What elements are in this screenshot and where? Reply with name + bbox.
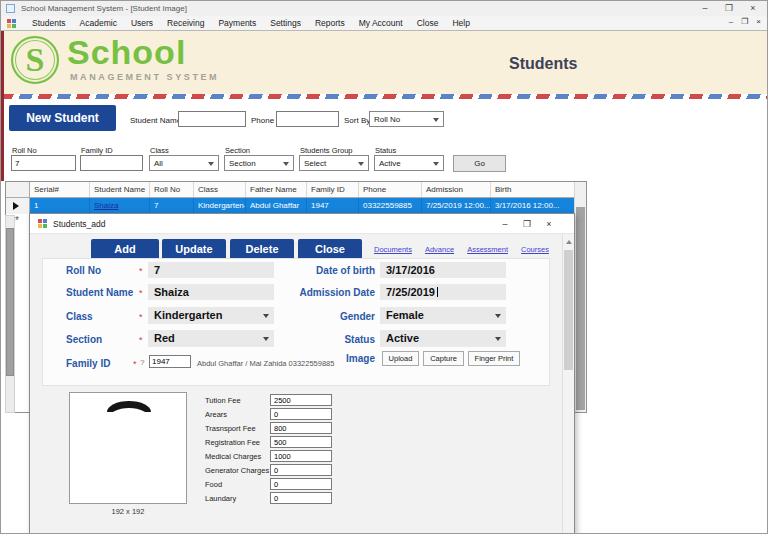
- admission-date-field[interactable]: 7/25/2019: [380, 284, 506, 300]
- go-button[interactable]: Go: [453, 155, 506, 172]
- gender-dropdown[interactable]: Female: [380, 307, 506, 324]
- chevron-down-icon: [208, 162, 214, 166]
- menu-close[interactable]: Close: [410, 16, 446, 31]
- generator-charges-input[interactable]: [270, 464, 332, 476]
- col-admission[interactable]: Admission: [422, 182, 491, 197]
- upload-button[interactable]: Upload: [382, 351, 419, 366]
- scrollbar-thumb[interactable]: [576, 207, 585, 410]
- dashed-separator: [1, 94, 767, 99]
- filter-students-group-label: Students Group: [300, 146, 353, 155]
- chevron-down-icon: [283, 162, 289, 166]
- cell-family-id: 1947: [307, 198, 359, 214]
- dialog-minimize-icon[interactable]: –: [494, 214, 516, 234]
- scrollbar-thumb[interactable]: [6, 228, 14, 376]
- family-id-input[interactable]: [149, 355, 191, 368]
- col-student-name[interactable]: Student Name: [90, 182, 150, 197]
- close-icon[interactable]: ×: [741, 1, 765, 16]
- child-minimize-icon[interactable]: –: [729, 17, 733, 26]
- finger-print-button[interactable]: Finger Print: [468, 351, 520, 366]
- menu-students[interactable]: Students: [25, 16, 73, 31]
- dialog-close-icon[interactable]: ×: [538, 214, 560, 234]
- student-name-input[interactable]: [178, 111, 246, 127]
- menu-receiving[interactable]: Receiving: [160, 16, 211, 31]
- page-header: S School MANAGEMENT SYSTEM Students: [1, 31, 767, 94]
- fee-row: Tution Fee: [205, 394, 365, 408]
- transport-fee-input[interactable]: [270, 422, 332, 434]
- menu-settings[interactable]: Settings: [263, 16, 308, 31]
- family-id-help-icon[interactable]: ?: [140, 358, 144, 367]
- dialog-vertical-scrollbar[interactable]: [562, 234, 574, 534]
- medical-charges-input[interactable]: [270, 450, 332, 462]
- grid-header-row: Serial# Student Name Roll No Class Fathe…: [6, 182, 586, 198]
- filter-section-dropdown[interactable]: Section: [224, 155, 294, 171]
- cell-father-name: Abdul Ghaffar: [246, 198, 307, 214]
- filter-status-label: Status: [375, 146, 396, 155]
- food-input[interactable]: [270, 478, 332, 490]
- update-button[interactable]: Update: [162, 239, 226, 260]
- menu-academic[interactable]: Academic: [73, 16, 124, 31]
- admission-date-label: Admission Date: [238, 287, 375, 298]
- scrollbar-thumb[interactable]: [564, 250, 573, 370]
- fee-row: Food: [205, 478, 365, 492]
- fee-row: Arears: [205, 408, 365, 422]
- row-selector-cell[interactable]: [6, 198, 30, 214]
- documents-link[interactable]: Documents: [374, 245, 412, 254]
- required-marker: *: [139, 266, 143, 276]
- cell-student-name[interactable]: Shaiza: [90, 198, 150, 214]
- registration-fee-input[interactable]: [270, 436, 332, 448]
- grid-vertical-scrollbar[interactable]: [574, 182, 586, 412]
- filter-students-group-dropdown[interactable]: Select: [299, 155, 369, 171]
- child-restore-icon[interactable]: ❐: [741, 17, 748, 26]
- filter-status-dropdown[interactable]: Active: [374, 155, 444, 171]
- col-birth[interactable]: Birth: [491, 182, 576, 197]
- courses-link[interactable]: Courses: [521, 245, 549, 254]
- menu-payments[interactable]: Payments: [211, 16, 263, 31]
- required-marker: *: [133, 359, 137, 369]
- col-roll-no[interactable]: Roll No: [150, 182, 194, 197]
- required-marker: *: [139, 288, 143, 298]
- status-dropdown[interactable]: Active: [380, 330, 506, 347]
- mdi-child-icon: [7, 19, 16, 28]
- arears-input[interactable]: [270, 408, 332, 420]
- dob-field[interactable]: 3/17/2016: [380, 262, 506, 278]
- menu-users[interactable]: Users: [124, 16, 160, 31]
- dialog-title-bar: Students_add – ❐ ×: [30, 214, 574, 234]
- child-close-icon[interactable]: ×: [756, 17, 761, 26]
- tution-fee-input[interactable]: [270, 394, 332, 406]
- filter-class-label: Class: [150, 146, 169, 155]
- app-window-icon: [6, 4, 15, 13]
- col-serial[interactable]: Serial#: [30, 182, 90, 197]
- restore-icon[interactable]: ❐: [717, 1, 741, 16]
- close-button[interactable]: Close: [298, 239, 362, 260]
- student-name-link[interactable]: Shaiza: [94, 201, 118, 210]
- filter-family-id-input[interactable]: [80, 155, 143, 171]
- dialog-restore-icon[interactable]: ❐: [516, 214, 538, 234]
- laundary-input[interactable]: [270, 492, 332, 504]
- assessment-link[interactable]: Assessment: [467, 245, 508, 254]
- phone-input[interactable]: [276, 111, 339, 127]
- col-father-name[interactable]: Father Name: [246, 182, 307, 197]
- menu-help[interactable]: Help: [445, 16, 476, 31]
- sort-by-label: Sort By: [344, 116, 370, 125]
- sort-by-dropdown[interactable]: Roll No: [369, 111, 444, 127]
- filter-class-dropdown[interactable]: All: [149, 155, 219, 171]
- student-photo-placeholder: [69, 392, 187, 504]
- minimize-icon[interactable]: –: [693, 1, 717, 16]
- form-vertical-scrollbar[interactable]: [5, 215, 15, 413]
- filter-roll-no-input[interactable]: [11, 155, 76, 171]
- delete-button[interactable]: Delete: [230, 239, 294, 260]
- capture-button[interactable]: Capture: [423, 351, 464, 366]
- class-label: Class: [66, 311, 93, 322]
- advance-link[interactable]: Advance: [425, 245, 454, 254]
- menu-reports[interactable]: Reports: [308, 16, 352, 31]
- new-student-button[interactable]: New Student: [9, 105, 116, 131]
- table-row[interactable]: 1 Shaiza 7 Kindergarten-Red Abdul Ghaffa…: [6, 198, 586, 214]
- menu-my-account[interactable]: My Account: [352, 16, 410, 31]
- col-family-id[interactable]: Family ID: [307, 182, 359, 197]
- logo-subtitle: MANAGEMENT SYSTEM: [70, 72, 219, 82]
- col-phone[interactable]: Phone: [359, 182, 422, 197]
- col-class[interactable]: Class: [194, 182, 246, 197]
- current-row-arrow-icon: [13, 202, 19, 210]
- scroll-up-icon[interactable]: [566, 240, 572, 244]
- add-button[interactable]: Add: [91, 239, 159, 260]
